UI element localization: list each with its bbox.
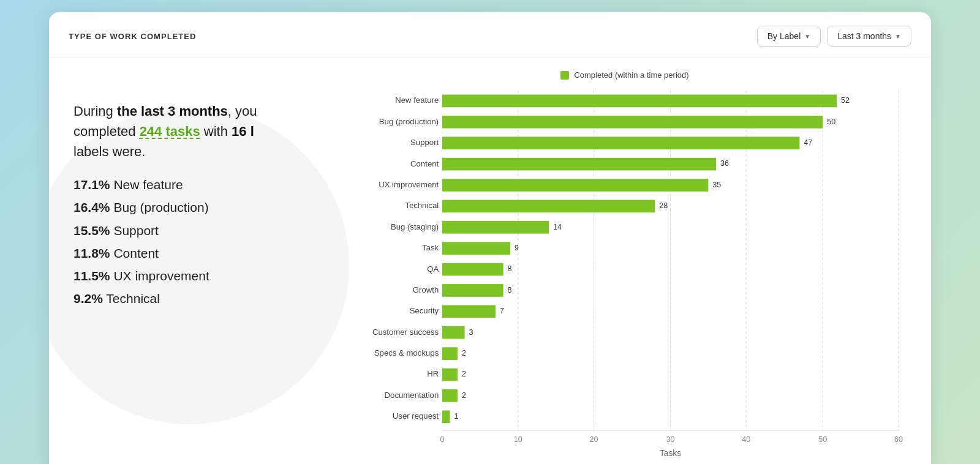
left-panel: During the last 3 months, you completed … [49,58,331,464]
labels-bold: 16 l [232,124,254,139]
svg-text:50: 50 [827,118,835,126]
bar-specs-mockups [442,347,458,360]
svg-text:10: 10 [514,435,522,444]
chart-legend: Completed (within a time period) [337,70,913,80]
svg-text:14: 14 [553,223,562,231]
svg-text:Bug (staging): Bug (staging) [391,222,439,231]
svg-text:7: 7 [500,307,504,315]
svg-text:2: 2 [462,349,466,357]
svg-text:8: 8 [508,264,512,273]
chart-area: 0 10 20 30 40 50 60 Tasks New feature 52 [337,86,913,460]
bar-bug-production [442,116,823,129]
last-3-months-dropdown[interactable]: Last 3 months ▼ [827,26,911,47]
svg-text:2: 2 [462,370,466,378]
summary-text: During the last 3 months, you completed … [74,101,312,162]
card-header: TYPE OF WORK COMPLETED By Label ▼ Last 3… [49,12,931,58]
svg-text:Customer success: Customer success [372,327,439,337]
svg-text:QA: QA [427,264,439,274]
right-panel: Completed (within a time period) [331,58,931,464]
list-item: 17.1% New feature [74,176,312,193]
svg-text:8: 8 [508,286,512,294]
bar-content [442,158,716,171]
svg-text:0: 0 [440,435,444,444]
main-card: TYPE OF WORK COMPLETED By Label ▼ Last 3… [49,12,931,464]
svg-text:UX improvement: UX improvement [379,180,439,189]
svg-text:Documentation: Documentation [385,391,439,400]
svg-text:Task: Task [422,243,439,252]
svg-text:Security: Security [410,306,439,315]
svg-text:Specs & mockups: Specs & mockups [374,348,439,357]
bar-security [442,305,496,318]
bar-chart-svg: 0 10 20 30 40 50 60 Tasks New feature 52 [337,86,913,460]
svg-text:Content: Content [410,159,439,168]
svg-text:52: 52 [841,96,850,105]
svg-text:50: 50 [818,435,827,444]
svg-text:HR: HR [427,369,439,378]
svg-text:30: 30 [666,435,675,444]
by-label-dropdown[interactable]: By Label ▼ [757,26,821,47]
svg-text:1: 1 [454,412,458,421]
svg-text:Growth: Growth [413,285,439,294]
last-3-months-text: Last 3 months [837,31,891,41]
left-content: During the last 3 months, you completed … [74,83,312,307]
svg-text:Support: Support [410,138,439,147]
bar-qa [442,263,503,276]
list-item: 11.5% UX improvement [74,268,312,284]
svg-text:New feature: New feature [395,95,439,105]
svg-text:User request: User request [393,411,439,421]
svg-text:36: 36 [720,159,729,168]
list-item: 11.8% Content [74,245,312,261]
bar-user-request [442,410,450,423]
bar-growth [442,284,503,297]
by-label-text: By Label [767,31,801,41]
stats-list: 17.1% New feature 16.4% Bug (production)… [74,176,312,307]
svg-text:3: 3 [469,328,473,337]
period-bold: the last 3 months [117,103,228,119]
svg-text:47: 47 [804,138,812,147]
svg-text:Bug (production): Bug (production) [379,117,439,126]
bar-bug-staging [442,221,549,234]
header-controls: By Label ▼ Last 3 months ▼ [757,26,911,47]
legend-label: Completed (within a time period) [574,70,688,80]
bar-task [442,242,510,255]
svg-text:28: 28 [659,201,668,210]
svg-text:40: 40 [742,435,750,444]
by-label-chevron-icon: ▼ [804,33,810,40]
svg-text:9: 9 [514,244,519,252]
legend-color-box [560,71,569,80]
bar-hr [442,369,458,381]
svg-text:2: 2 [462,391,466,400]
last-3-months-chevron-icon: ▼ [895,33,901,40]
bar-new-feature [442,95,837,108]
svg-text:Tasks: Tasks [660,449,681,458]
bar-ux-improvement [442,179,708,192]
bar-documentation [442,389,458,402]
card-title: TYPE OF WORK COMPLETED [69,32,197,41]
card-body: During the last 3 months, you completed … [49,58,931,464]
list-item: 15.5% Support [74,222,312,239]
list-item: 9.2% Technical [74,290,312,307]
svg-text:60: 60 [894,435,903,444]
svg-text:35: 35 [712,181,721,189]
list-item: 16.4% Bug (production) [74,199,312,215]
bar-support [442,137,799,149]
bar-customer-success [442,326,465,339]
svg-text:20: 20 [590,435,598,444]
svg-text:Technical: Technical [405,201,439,210]
bar-technical [442,200,655,213]
tasks-highlight: 244 tasks [140,124,200,139]
